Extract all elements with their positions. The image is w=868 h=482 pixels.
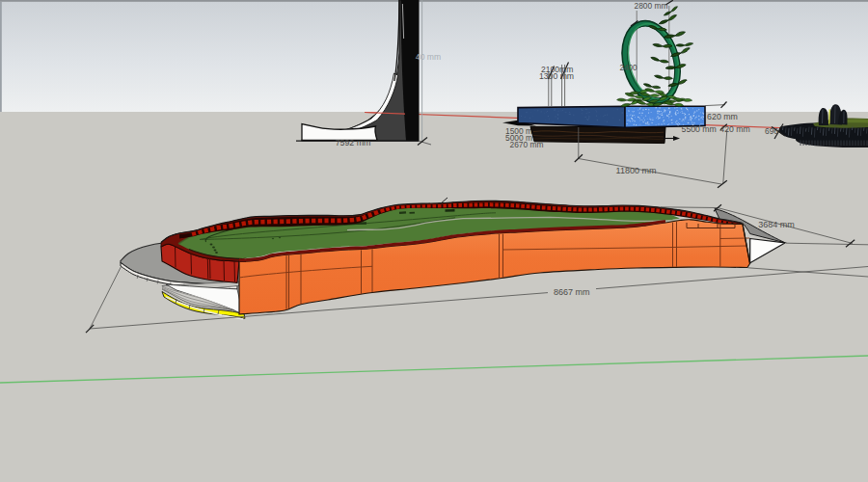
svg-text:620 mm: 620 mm [707,112,738,121]
svg-text:420 mm: 420 mm [719,124,749,134]
svg-text:2800 mm: 2800 mm [635,1,668,11]
svg-text:40 mm: 40 mm [416,52,441,62]
svg-text:2400: 2400 [619,64,637,72]
svg-text:5500 mm: 5500 mm [682,124,717,134]
svg-text:1300 mm: 1300 mm [539,71,574,81]
svg-text:3684 mm: 3684 mm [758,220,795,229]
svg-text:696: 696 [765,126,778,136]
svg-text:8667 mm: 8667 mm [554,287,590,297]
svg-text:2670 mm: 2670 mm [510,140,544,149]
svg-text:7592 mm: 7592 mm [336,138,371,147]
svg-text:11800 mm: 11800 mm [616,166,657,175]
